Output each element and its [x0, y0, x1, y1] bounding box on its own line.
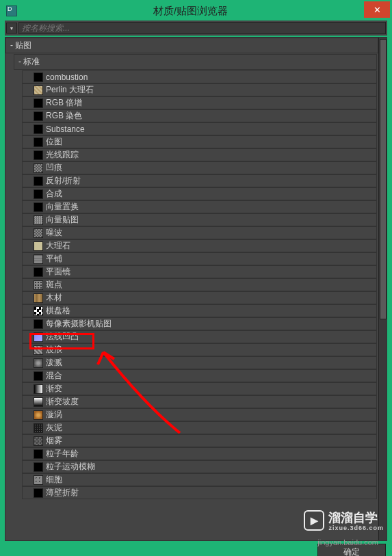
list-item-label: RGB 倍增 — [46, 97, 82, 109]
list-item[interactable]: 灰泥 — [22, 421, 377, 434]
map-type-icon — [34, 371, 43, 381]
list-item-label: 法线凹凸 — [46, 331, 79, 343]
close-button[interactable]: ✕ — [364, 1, 390, 18]
list-item-label: 凹痕 — [46, 162, 62, 174]
list-item-label: 粒子运动模糊 — [46, 461, 95, 473]
list-item[interactable]: 粒子运动模糊 — [22, 460, 377, 473]
list-item[interactable]: 平铺 — [22, 252, 377, 265]
map-type-icon — [34, 332, 43, 342]
list-item-label: 反射/折射 — [46, 175, 81, 187]
list-item-label: 混合 — [46, 370, 62, 382]
list-item-label: 平面镜 — [46, 266, 70, 278]
list-item-label: 大理石 — [46, 240, 70, 252]
map-type-icon — [34, 319, 43, 329]
list-item[interactable]: 斑点 — [22, 278, 377, 291]
list-item-label: 斑点 — [46, 279, 62, 291]
list-item[interactable]: 渐变坡度 — [22, 395, 377, 408]
content-area: - 贴图 - 标准 combustionPerlin 大理石RGB 倍增RGB … — [5, 37, 387, 541]
map-type-icon — [34, 202, 43, 212]
map-type-icon — [34, 228, 43, 238]
list-item-label: 漩涡 — [46, 409, 62, 421]
list-item-label: 波浪 — [46, 344, 62, 356]
list-item-label: 合成 — [46, 188, 62, 200]
list-item-label: RGB 染色 — [46, 110, 82, 122]
list-item[interactable]: 漩涡 — [22, 408, 377, 421]
map-type-icon — [34, 124, 43, 134]
scrollbar-thumb[interactable] — [380, 39, 387, 319]
list-item-label: 木材 — [46, 292, 62, 304]
list-item-label: 薄壁折射 — [46, 487, 79, 499]
list-item[interactable]: 向量贴图 — [22, 213, 377, 226]
list-item[interactable]: 棋盘格 — [22, 304, 377, 317]
list-item-label: 泼溅 — [46, 357, 62, 369]
map-type-icon — [34, 397, 43, 407]
list-item[interactable]: 法线凹凸 — [22, 330, 377, 343]
watermark-logo-main: 溜溜自学 — [328, 511, 378, 525]
map-type-icon — [34, 254, 43, 264]
list-item[interactable]: Substance — [22, 122, 377, 135]
map-type-icon — [34, 72, 43, 82]
list-item[interactable]: 波浪 — [22, 343, 377, 356]
scroll-area: - 贴图 - 标准 combustionPerlin 大理石RGB 倍增RGB … — [5, 38, 378, 540]
app-icon — [6, 5, 17, 16]
map-type-icon — [34, 488, 43, 498]
list-item-label: 渐变 — [46, 383, 62, 395]
options-dropdown-icon[interactable] — [6, 23, 17, 34]
map-type-icon — [34, 163, 43, 173]
list-item[interactable]: 光线跟踪 — [22, 148, 377, 161]
list-item[interactable]: 木材 — [22, 291, 377, 304]
map-type-icon — [34, 462, 43, 472]
browser-window: 材质/贴图浏览器 ✕ - 贴图 - 标准 combustionPerlin 大理… — [2, 1, 390, 553]
list-item[interactable]: 每像素摄影机贴图 — [22, 317, 377, 330]
watermark-text: jingyan.baidu.com — [317, 538, 378, 546]
map-type-icon — [34, 137, 43, 147]
list-item[interactable]: 细胞 — [22, 473, 377, 486]
map-type-icon — [34, 150, 43, 160]
list-item-label: 每像素摄影机贴图 — [46, 318, 112, 330]
map-type-icon — [34, 267, 43, 277]
group-maps[interactable]: - 贴图 — [5, 38, 378, 53]
map-type-icon — [34, 85, 43, 95]
map-type-icon — [34, 436, 43, 446]
list-item[interactable]: Perlin 大理石 — [22, 83, 377, 96]
map-type-icon — [34, 423, 43, 433]
list-item-label: 渐变坡度 — [46, 396, 79, 408]
window-title: 材质/贴图浏览器 — [17, 5, 364, 18]
list-item[interactable]: 噪波 — [22, 226, 377, 239]
list-item[interactable]: 泼溅 — [22, 356, 377, 369]
list-item[interactable]: 向量置换 — [22, 200, 377, 213]
list-item[interactable]: combustion — [22, 70, 377, 83]
list-item[interactable]: RGB 倍增 — [22, 96, 377, 109]
map-type-icon — [34, 384, 43, 394]
list-item[interactable]: 位图 — [22, 135, 377, 148]
titlebar[interactable]: 材质/贴图浏览器 ✕ — [2, 1, 390, 21]
list-item-label: 噪波 — [46, 227, 62, 239]
search-input[interactable] — [18, 22, 386, 34]
group-standard[interactable]: - 标准 — [14, 54, 377, 70]
list-item-label: 平铺 — [46, 253, 62, 265]
list-item-label: Perlin 大理石 — [46, 84, 94, 96]
scrollbar[interactable] — [378, 38, 387, 540]
list-item[interactable]: RGB 染色 — [22, 109, 377, 122]
map-type-icon — [34, 215, 43, 225]
list-item[interactable]: 反射/折射 — [22, 174, 377, 187]
map-type-icon — [34, 111, 43, 121]
list-item[interactable]: 粒子年龄 — [22, 447, 377, 460]
map-type-icon — [34, 98, 43, 108]
list-item[interactable]: 平面镜 — [22, 265, 377, 278]
list-item[interactable]: 薄壁折射 — [22, 486, 377, 499]
list-item[interactable]: 烟雾 — [22, 434, 377, 447]
list-item[interactable]: 合成 — [22, 187, 377, 200]
watermark-logo-sub: zixue.3d66.com — [328, 525, 384, 531]
map-type-icon — [34, 410, 43, 420]
list-item[interactable]: 渐变 — [22, 382, 377, 395]
list-item[interactable]: 混合 — [22, 369, 377, 382]
list-item-label: 位图 — [46, 136, 62, 148]
map-type-icon — [34, 189, 43, 199]
watermark-logo: ▶ 溜溜自学 zixue.3d66.com — [304, 509, 384, 531]
list-item[interactable]: 凹痕 — [22, 161, 377, 174]
list-item-label: 灰泥 — [46, 422, 62, 434]
map-type-icon — [34, 449, 43, 459]
list-item-label: 烟雾 — [46, 435, 62, 447]
list-item[interactable]: 大理石 — [22, 239, 377, 252]
